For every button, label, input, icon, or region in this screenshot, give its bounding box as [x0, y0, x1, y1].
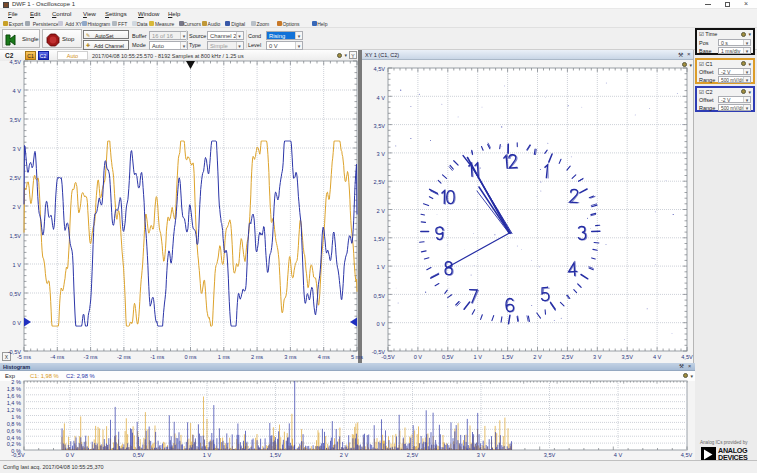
svg-text:1 V: 1 V: [473, 354, 482, 360]
svg-text:2 V: 2 V: [377, 208, 386, 214]
svg-text:3 V: 3 V: [477, 452, 486, 458]
svg-text:1,5V: 1,5V: [373, 236, 385, 242]
svg-text:2,5V: 2,5V: [407, 452, 419, 458]
svg-text:3,5V: 3,5V: [9, 117, 21, 123]
svg-text:1 V: 1 V: [13, 262, 22, 268]
svg-text:4,5V: 4,5V: [681, 354, 693, 360]
svg-text:4 V: 4 V: [377, 95, 386, 101]
svg-text:0,2 %: 0,2 %: [7, 441, 21, 447]
svg-text:-5 ms: -5 ms: [17, 354, 31, 360]
svg-text:-1 ms: -1 ms: [150, 354, 164, 360]
svg-text:4 V: 4 V: [614, 452, 623, 458]
svg-text:-2 ms: -2 ms: [117, 354, 131, 360]
svg-text:-4 ms: -4 ms: [50, 354, 64, 360]
svg-text:0,5V: 0,5V: [9, 291, 21, 297]
svg-text:0,4 %: 0,4 %: [7, 435, 21, 441]
svg-text:0,8 %: 0,8 %: [7, 421, 21, 427]
svg-text:4,5V: 4,5V: [373, 66, 385, 72]
svg-text:-0,5V: -0,5V: [11, 452, 25, 458]
svg-text:1,5V: 1,5V: [502, 354, 514, 360]
svg-text:4 V: 4 V: [13, 88, 22, 94]
svg-text:0 V: 0 V: [13, 320, 22, 326]
svg-text:1,6 %: 1,6 %: [7, 393, 21, 399]
svg-text:3,5V: 3,5V: [373, 123, 385, 129]
svg-text:2,5V: 2,5V: [373, 179, 385, 185]
svg-text:1,5V: 1,5V: [270, 452, 282, 458]
svg-text:1,4 %: 1,4 %: [7, 400, 21, 406]
svg-text:3 ms: 3 ms: [284, 354, 296, 360]
svg-text:5 ms: 5 ms: [351, 354, 363, 360]
svg-text:0 ms: 0 ms: [184, 354, 196, 360]
svg-text:3,5V: 3,5V: [621, 354, 633, 360]
svg-text:1 ms: 1 ms: [218, 354, 230, 360]
svg-text:3 V: 3 V: [593, 354, 602, 360]
svg-text:4,5V: 4,5V: [9, 59, 21, 65]
svg-text:3,5V: 3,5V: [544, 452, 556, 458]
svg-text:-0,5V: -0,5V: [381, 354, 395, 360]
svg-text:2 ms: 2 ms: [251, 354, 263, 360]
svg-text:0,5V: 0,5V: [442, 354, 454, 360]
svg-text:0,5V: 0,5V: [373, 293, 385, 299]
svg-text:3 V: 3 V: [13, 146, 22, 152]
svg-text:2 V: 2 V: [13, 204, 22, 210]
svg-text:4 V: 4 V: [653, 354, 662, 360]
svg-text:0 V: 0 V: [414, 354, 423, 360]
svg-text:4,5V: 4,5V: [681, 452, 693, 458]
svg-text:-3 ms: -3 ms: [84, 354, 98, 360]
svg-text:0,5V: 0,5V: [133, 452, 145, 458]
svg-text:0,6 %: 0,6 %: [7, 428, 21, 434]
svg-text:1,8 %: 1,8 %: [7, 386, 21, 392]
svg-text:1 %: 1 %: [11, 414, 21, 420]
svg-text:2 V: 2 V: [533, 354, 542, 360]
svg-text:2 V: 2 V: [340, 452, 349, 458]
svg-text:2,5V: 2,5V: [9, 175, 21, 181]
svg-text:0 V: 0 V: [377, 321, 386, 327]
svg-text:2,5V: 2,5V: [562, 354, 574, 360]
svg-text:4 ms: 4 ms: [318, 354, 330, 360]
svg-text:1 V: 1 V: [203, 452, 212, 458]
svg-text:2 %: 2 %: [11, 379, 21, 385]
svg-text:1,5V: 1,5V: [9, 233, 21, 239]
svg-text:1,2 %: 1,2 %: [7, 407, 21, 413]
svg-text:1 V: 1 V: [377, 264, 386, 270]
svg-text:0 V: 0 V: [66, 452, 75, 458]
svg-text:3 V: 3 V: [377, 151, 386, 157]
